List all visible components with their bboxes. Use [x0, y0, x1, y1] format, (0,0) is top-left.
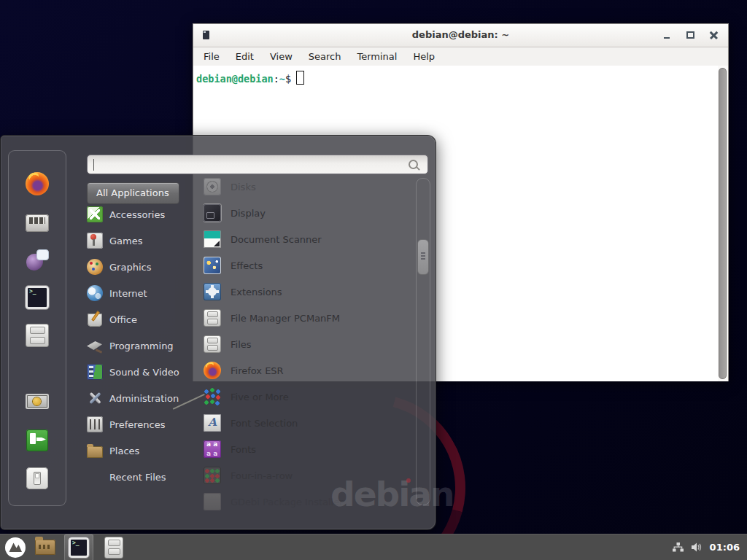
display-icon	[204, 204, 221, 222]
places-icon	[87, 446, 103, 458]
terminal-taskbar-button[interactable]	[64, 534, 93, 560]
terminal-scrollbar[interactable]	[718, 66, 728, 381]
favorite-firefox[interactable]	[23, 169, 52, 198]
favorites-column	[8, 150, 66, 506]
volume-icon[interactable]	[691, 542, 703, 553]
app-item-firefox-esr[interactable]: Firefox ESR	[204, 357, 411, 384]
category-accessories[interactable]: Accessories	[87, 201, 196, 228]
app-item-files[interactable]: Files	[204, 331, 411, 357]
office-icon	[88, 314, 102, 327]
app-item-extensions[interactable]: Extensions	[204, 279, 411, 305]
search-box	[87, 155, 428, 174]
app-item-disks[interactable]: Disks	[204, 174, 411, 200]
terminal-menubar: File Edit View Search Terminal Help	[193, 47, 728, 66]
menu-view[interactable]: View	[270, 51, 293, 62]
favorite-terminal[interactable]	[23, 283, 52, 312]
search-icon	[409, 160, 418, 169]
app-list-scrollbar-thumb[interactable]	[417, 239, 429, 275]
category-preferences[interactable]: Preferences	[87, 411, 196, 438]
effects-icon	[204, 257, 221, 274]
network-icon[interactable]	[672, 542, 684, 553]
category-programming[interactable]: Programming	[87, 332, 196, 359]
games-icon	[87, 233, 103, 249]
system-tray: 01:06	[672, 542, 747, 553]
graphics-icon	[87, 259, 103, 275]
category-office[interactable]: Office	[87, 306, 196, 332]
close-button[interactable]	[708, 29, 719, 41]
minimize-button[interactable]	[661, 29, 673, 41]
app-item-font-selection[interactable]: Font Selection	[204, 410, 411, 436]
internet-icon	[87, 285, 103, 301]
pidgin-icon	[26, 248, 49, 271]
shutdown-icon	[26, 467, 48, 489]
favorite-shutdown[interactable]	[23, 464, 52, 493]
maximize-icon	[686, 31, 694, 39]
menu-terminal[interactable]: Terminal	[357, 51, 397, 62]
clock[interactable]: 01:06	[710, 542, 740, 553]
category-recent-files[interactable]: Recent Files	[87, 464, 196, 490]
favorite-pidgin[interactable]	[23, 245, 52, 274]
minimize-icon	[664, 37, 670, 39]
favorite-multimedia[interactable]	[23, 207, 52, 236]
file-manager-taskbar-button[interactable]	[98, 534, 130, 560]
accessories-icon	[87, 206, 103, 222]
app-item-five-or-more[interactable]: Five or More	[204, 384, 411, 410]
prompt-symbol: $	[285, 73, 291, 85]
terminal-titlebar[interactable]: debian@debian: ~	[193, 24, 728, 47]
debian-watermark: debian	[330, 477, 453, 511]
menu-button[interactable]	[0, 534, 31, 560]
favorite-logout[interactable]	[23, 426, 52, 455]
maximize-button[interactable]	[684, 29, 696, 41]
disks-icon	[204, 178, 221, 195]
favorite-file-manager[interactable]	[23, 321, 52, 350]
files-folder-icon	[35, 540, 55, 555]
favorite-lock-screen[interactable]	[23, 388, 52, 417]
terminal-icon	[26, 286, 49, 309]
close-icon	[710, 31, 718, 39]
logout-icon	[26, 429, 48, 451]
screen: debian@debian: ~ File Edit View Search T…	[0, 0, 747, 560]
app-item-file-manager-pcmanfm[interactable]: File Manager PCManFM	[204, 305, 411, 331]
prompt-separator: :	[274, 73, 279, 85]
app-list-scrollbar[interactable]	[416, 178, 430, 505]
category-games[interactable]: Games	[87, 228, 196, 254]
file-cabinet-icon	[104, 537, 123, 559]
category-administration[interactable]: Administration	[87, 385, 196, 411]
taskbar: 01:06	[0, 534, 747, 560]
application-list: Disks Display Document Scanner Effects E…	[204, 174, 411, 515]
firefox-icon	[204, 362, 221, 379]
category-graphics[interactable]: Graphics	[87, 254, 196, 280]
category-places[interactable]: Places	[87, 438, 196, 464]
terminal-scrollbar-thumb[interactable]	[719, 68, 727, 379]
lock-screen-icon	[26, 394, 49, 413]
category-internet[interactable]: Internet	[87, 280, 196, 306]
terminal-icon	[69, 537, 89, 558]
terminal-cursor	[296, 71, 304, 85]
administration-icon	[87, 390, 103, 406]
window-title: debian@debian: ~	[193, 29, 728, 40]
fonts-icon	[204, 440, 221, 458]
files-folder-button[interactable]	[31, 534, 60, 560]
category-list: Accessories Games Graphics Internet Offi…	[87, 201, 196, 490]
menu-help[interactable]: Help	[413, 51, 435, 62]
firefox-icon	[26, 172, 49, 195]
app-item-display[interactable]: Display	[204, 200, 411, 226]
sound-video-icon	[87, 364, 103, 380]
prompt-line: debian@debian:~$	[193, 66, 728, 85]
preferences-icon	[87, 416, 103, 432]
file-manager-icon	[204, 309, 221, 327]
app-item-fonts[interactable]: Fonts	[204, 436, 411, 462]
app-item-effects[interactable]: Effects	[204, 252, 411, 279]
menu-icon	[4, 537, 26, 559]
prompt-user-host: debian@debian	[196, 73, 274, 85]
app-item-document-scanner[interactable]: Document Scanner	[204, 226, 411, 252]
category-sound-video[interactable]: Sound & Video	[87, 359, 196, 385]
menu-search[interactable]: Search	[309, 51, 341, 62]
document-scanner-icon	[204, 230, 221, 248]
search-input[interactable]	[92, 156, 407, 173]
four-in-a-row-icon	[204, 467, 221, 484]
menu-file[interactable]: File	[204, 51, 220, 62]
application-menu: All Applications Accessories Games Graph…	[0, 135, 436, 530]
multimedia-mixer-icon	[26, 214, 49, 232]
menu-edit[interactable]: Edit	[236, 51, 254, 62]
